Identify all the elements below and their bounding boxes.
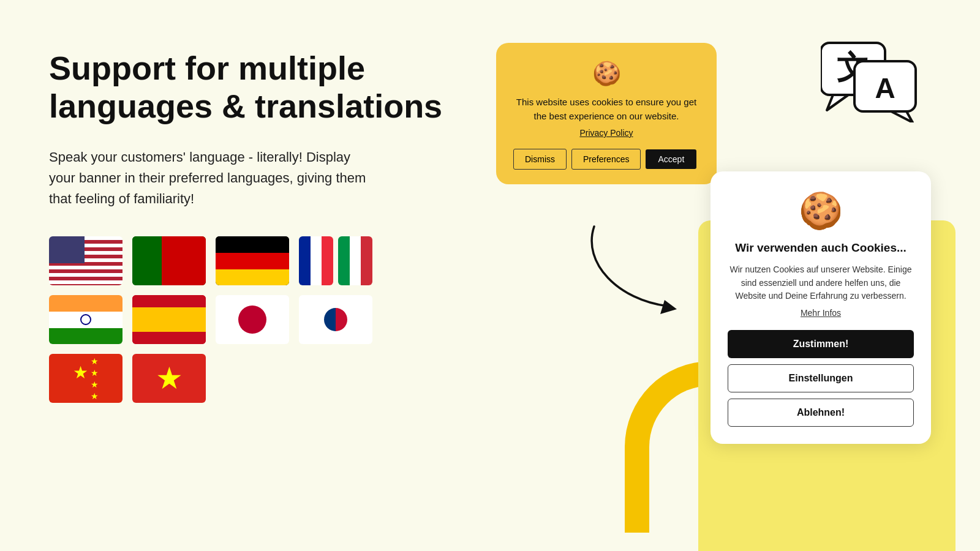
main-container: Support for multiplelanguages & translat… <box>0 0 980 551</box>
flag-es <box>132 295 206 344</box>
flag-fr <box>299 236 333 285</box>
translate-icon: 文 A <box>821 37 919 122</box>
german-title: Wir verwenden auch Cookies... <box>728 241 914 255</box>
mehr-infos-link[interactable]: Mehr Infos <box>728 308 914 318</box>
flag-jp <box>216 295 289 344</box>
cookie-icon-german: 🍪 <box>728 190 914 231</box>
flag-kr <box>299 295 372 344</box>
dismiss-button[interactable]: Dismiss <box>513 149 567 170</box>
ablehnen-button[interactable]: Ablehnen! <box>728 399 914 427</box>
left-side: Support for multiplelanguages & translat… <box>49 37 490 514</box>
cookie-icon-yellow: 🍪 <box>513 60 699 87</box>
german-text: Wir nutzen Cookies auf unserer Website. … <box>728 263 914 303</box>
flag-de <box>216 236 289 285</box>
svg-marker-4 <box>891 111 913 122</box>
flag-cn: ★ ★ ★ ★ ★ <box>49 354 123 403</box>
flag-fr-it-group <box>299 236 372 285</box>
vn-star: ★ <box>156 363 183 394</box>
flag-us <box>49 236 123 285</box>
flag-vn: ★ <box>132 354 206 403</box>
preferences-button[interactable]: Preferences <box>571 149 641 170</box>
flags-grid: ★ ★ ★ ★ ★ ★ <box>49 236 466 413</box>
cookie-banner-german: 🍪 Wir verwenden auch Cookies... Wir nutz… <box>710 171 931 444</box>
flag-pt <box>132 236 206 285</box>
zustimmen-button[interactable]: Zustimmen! <box>728 330 914 358</box>
headline: Support for multiplelanguages & translat… <box>49 49 466 125</box>
translate-icon-container: 文 A <box>821 37 919 125</box>
einstellungen-button[interactable]: Einstellungen <box>728 364 914 392</box>
svg-marker-6 <box>660 300 677 314</box>
accept-button-yellow[interactable]: Accept <box>646 149 696 169</box>
flag-it <box>338 236 372 285</box>
description: Speak your customers' language - literal… <box>49 147 380 209</box>
cookie-banner-yellow: 🍪 This website uses cookies to ensure yo… <box>496 43 717 184</box>
arrow-svg <box>570 214 692 324</box>
right-side: 文 A 🍪 This website uses cookies to ensur… <box>490 37 931 514</box>
svg-marker-1 <box>827 95 848 110</box>
privacy-policy-link[interactable]: Privacy Policy <box>513 128 699 138</box>
svg-text:A: A <box>875 72 895 104</box>
cookie-buttons-row: Dismiss Preferences Accept <box>513 149 699 170</box>
flag-in <box>49 295 123 344</box>
cookie-banner-yellow-text: This website uses cookies to ensure you … <box>513 96 699 123</box>
